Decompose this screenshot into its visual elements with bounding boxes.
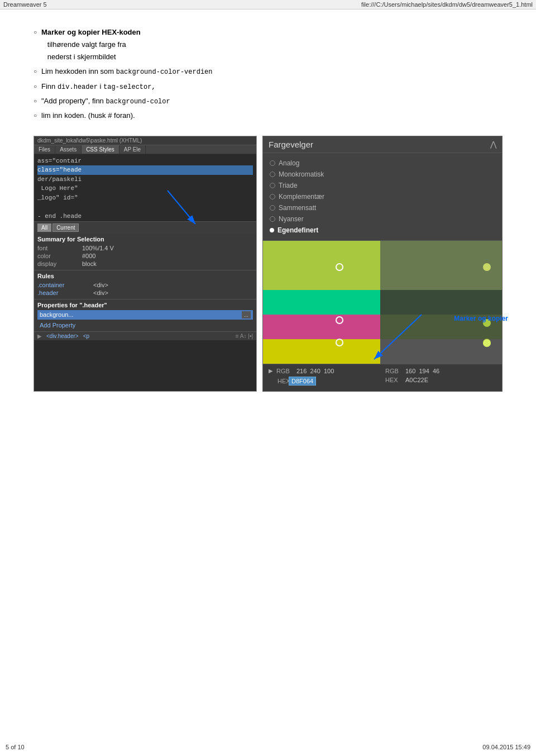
tab-assets[interactable]: Assets <box>55 145 82 154</box>
dw-left-panel: dkdm_site_lokal\dw5\paske.html (XHTML) F… <box>34 136 257 392</box>
left-rgb-values: 216 240 100 <box>296 368 334 374</box>
file-path: file:///C:/Users/michaelp/sites/dkdm/dw5… <box>361 1 533 8</box>
left-rgb-label: RGB <box>276 368 293 374</box>
fargevelger-collapse-icon[interactable]: ⋀ <box>490 140 496 149</box>
tag-p[interactable]: <p <box>83 333 89 339</box>
instruction-1: Marker og kopier HEX-koden tilhørende va… <box>34 26 502 63</box>
color-mode-egendefinert[interactable]: Egendefinert <box>270 225 495 236</box>
css-panel: All Current Summary for Selection font 1… <box>34 221 256 331</box>
rule-header: .header <div> <box>37 289 253 297</box>
code-line: _logo" id=" <box>37 193 253 203</box>
dw-tabs-row: Files Assets CSS Styles AP Ele <box>34 145 256 154</box>
right-hex-value: A0C22E <box>405 377 428 383</box>
marker-og-kopier-label: Marker og kopier <box>454 315 508 322</box>
css-summary: Summary for Selection font 100%/1.4 V co… <box>34 234 256 270</box>
color-block-top-green <box>263 241 380 290</box>
color-block-magenta <box>263 315 380 339</box>
color-mode-triade[interactable]: Triade <box>270 180 495 191</box>
code-line: ass="contair <box>37 156 253 166</box>
page-footer: 5 of 10 09.04.2015 15:49 <box>0 744 536 750</box>
color-mode-monokromatisk[interactable]: Monokromatisk <box>270 169 495 180</box>
file-path-bar: dkdm_site_lokal\dw5\paske.html (XHTML) <box>37 137 142 144</box>
instruction-5: lim inn koden. (husk # foran). <box>34 110 502 122</box>
instruction-2: Lim hexkoden inn som background-color-ve… <box>34 65 502 78</box>
css-properties-section: Properties for ".header" backgroun... ..… <box>34 299 256 331</box>
color-mode-analog[interactable]: Analog <box>270 158 495 169</box>
code-line: der/paaskeli <box>37 175 253 184</box>
screenshot-area: dkdm_site_lokal\dw5\paske.html (XHTML) F… <box>34 136 502 392</box>
color-mode-sammensatt[interactable]: Sammensatt <box>270 202 495 213</box>
property-value-input[interactable]: ... <box>242 311 251 318</box>
code-line: - end .heade <box>37 212 253 221</box>
fg-right-values: RGB 160 194 46 HEX A0C22E <box>380 368 496 388</box>
color-circle-right-1 <box>483 263 491 271</box>
add-property-link[interactable]: Add Property <box>37 321 253 329</box>
page-number: 5 of 10 <box>6 744 25 750</box>
color-block-cyan <box>263 290 380 315</box>
right-rgb-values: 160 194 46 <box>405 368 439 374</box>
radio-monokromatisk <box>270 172 275 177</box>
dw-path-bar: dkdm_site_lokal\dw5\paske.html (XHTML) <box>34 136 256 145</box>
radio-egendefinert <box>270 228 274 232</box>
radio-nyanser <box>270 216 275 222</box>
prop-row-display: display block <box>37 260 253 268</box>
code-line: Logo Here" <box>37 184 253 193</box>
left-hex-value[interactable]: D8F064 <box>289 377 316 386</box>
dw-code-area: ass="contair class="heade der/paaskeli L… <box>34 154 256 221</box>
selected-property-row[interactable]: backgroun... ... <box>37 310 253 320</box>
right-hex-row: HEX A0C22E <box>385 377 496 383</box>
prop-row-font: font 100%/1.4 V <box>37 244 253 252</box>
right-rgb-row: RGB 160 194 46 <box>385 368 496 374</box>
fargevelger-panel: Fargevelger ⋀ Analog Monokromatisk <box>262 136 502 392</box>
fg-left-values: ▶ RGB 216 240 100 HEX D8F064 <box>269 368 380 388</box>
css-all-current: All Current <box>34 222 256 234</box>
left-rgb-row: ▶ RGB 216 240 100 <box>269 368 380 374</box>
main-content: Marker og kopier HEX-koden tilhørende va… <box>0 9 536 425</box>
fg-color-display <box>263 241 502 364</box>
rule-container: .container <div> <box>37 281 253 289</box>
css-all-button[interactable]: All <box>37 224 51 232</box>
timestamp: 09.04.2015 15:49 <box>482 744 530 750</box>
color-block-dark-mid <box>380 290 502 315</box>
radio-sammensatt <box>270 205 275 211</box>
left-hex-row: HEX D8F064 <box>269 377 380 386</box>
code-line: class="heade <box>37 165 253 175</box>
fargevelger-header: Fargevelger ⋀ <box>263 136 502 153</box>
instruction-list: Marker og kopier HEX-koden tilhørende va… <box>34 26 502 122</box>
right-hex-label: HEX <box>385 377 402 383</box>
fg-left-color-area <box>263 241 380 364</box>
left-hex-label: HEX <box>269 378 285 384</box>
fargevelger-wrapper: Fargevelger ⋀ Analog Monokromatisk <box>262 136 502 392</box>
right-rgb-label: RGB <box>385 368 402 374</box>
app-title: Dreamweaver 5 <box>3 1 47 8</box>
color-mode-komplementaer[interactable]: Komplementær <box>270 191 495 202</box>
tag-div-header[interactable]: <div.header> <box>46 333 79 339</box>
css-current-button[interactable]: Current <box>52 224 79 232</box>
instruction-4: "Add property", finn background-color <box>34 95 502 107</box>
color-block-yellow <box>263 339 380 364</box>
instruction-3: Finn div.header i tag-selector, <box>34 80 502 93</box>
css-rules-section: Rules .container <div> .header <div> <box>34 270 256 299</box>
rules-title: Rules <box>37 273 253 279</box>
tab-css-styles[interactable]: CSS Styles <box>82 145 119 154</box>
tab-ap-ele[interactable]: AP Ele <box>119 145 146 154</box>
radio-analog <box>270 160 275 166</box>
color-circle-2 <box>336 316 343 324</box>
rgb-triangle-left[interactable]: ▶ <box>269 368 273 374</box>
dw-tag-bar: ▶ <div.header> <p ≡ A↕ |•| <box>34 331 256 340</box>
fg-bottom: ▶ RGB 216 240 100 HEX D8F064 RGB <box>263 364 502 391</box>
radio-triade <box>270 183 275 188</box>
tab-files[interactable]: Files <box>34 145 55 154</box>
selected-property-name: backgroun... <box>40 311 238 318</box>
color-circle-right-4 <box>483 339 491 347</box>
prop-row-color: color #000 <box>37 252 253 260</box>
color-circle-3 <box>336 339 343 346</box>
summary-title: Summary for Selection <box>37 236 253 243</box>
properties-for-label: Properties for ".header" <box>37 302 253 308</box>
code-line <box>37 202 253 212</box>
color-circle-1 <box>336 263 343 271</box>
radio-komplementaer <box>270 194 275 199</box>
color-mode-nyanser[interactable]: Nyanser <box>270 213 495 225</box>
fg-color-list: Analog Monokromatisk Triade Komplementær <box>263 153 502 241</box>
top-bar: Dreamweaver 5 file:///C:/Users/michaelp/… <box>0 0 536 9</box>
